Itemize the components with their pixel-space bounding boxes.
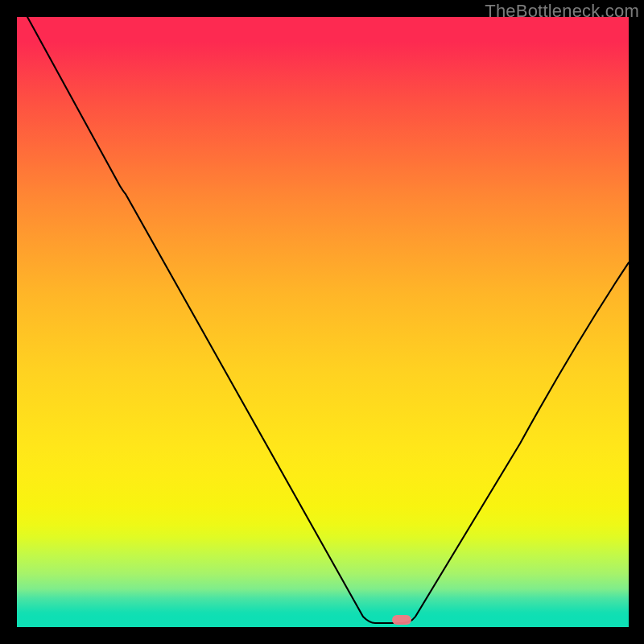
chart-root: TheBottleneck.com (0, 0, 644, 644)
bottleneck-curve-svg (17, 17, 629, 629)
plot-area (17, 17, 629, 629)
optimum-marker (392, 615, 411, 625)
x-axis-baseline (17, 627, 629, 629)
bottleneck-curve (27, 17, 629, 623)
